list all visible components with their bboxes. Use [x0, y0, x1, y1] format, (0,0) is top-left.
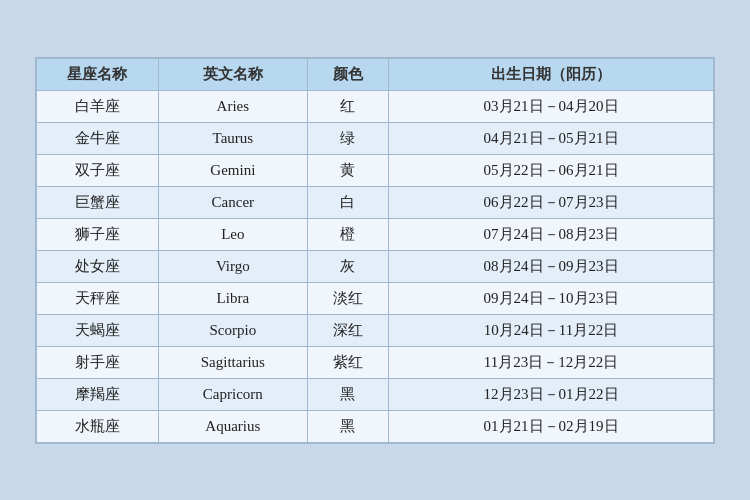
- cell-color: 红: [307, 90, 388, 122]
- cell-date: 04月21日－05月21日: [389, 122, 714, 154]
- cell-color: 绿: [307, 122, 388, 154]
- cell-en: Libra: [158, 282, 307, 314]
- cell-color: 黑: [307, 378, 388, 410]
- cell-date: 06月22日－07月23日: [389, 186, 714, 218]
- cell-date: 07月24日－08月23日: [389, 218, 714, 250]
- table-header-row: 星座名称 英文名称 颜色 出生日期（阳历）: [37, 58, 714, 90]
- table-row: 水瓶座Aquarius黑01月21日－02月19日: [37, 410, 714, 442]
- cell-color: 灰: [307, 250, 388, 282]
- cell-date: 08月24日－09月23日: [389, 250, 714, 282]
- cell-date: 01月21日－02月19日: [389, 410, 714, 442]
- zodiac-table: 星座名称 英文名称 颜色 出生日期（阳历） 白羊座Aries红03月21日－04…: [36, 58, 714, 443]
- cell-cn: 处女座: [37, 250, 159, 282]
- cell-en: Leo: [158, 218, 307, 250]
- cell-date: 10月24日－11月22日: [389, 314, 714, 346]
- cell-cn: 狮子座: [37, 218, 159, 250]
- table-row: 摩羯座Capricorn黑12月23日－01月22日: [37, 378, 714, 410]
- header-cn: 星座名称: [37, 58, 159, 90]
- cell-cn: 巨蟹座: [37, 186, 159, 218]
- cell-en: Taurus: [158, 122, 307, 154]
- cell-date: 05月22日－06月21日: [389, 154, 714, 186]
- cell-cn: 射手座: [37, 346, 159, 378]
- cell-en: Scorpio: [158, 314, 307, 346]
- table-row: 处女座Virgo灰08月24日－09月23日: [37, 250, 714, 282]
- table-row: 巨蟹座Cancer白06月22日－07月23日: [37, 186, 714, 218]
- cell-color: 黑: [307, 410, 388, 442]
- cell-en: Aquarius: [158, 410, 307, 442]
- cell-date: 12月23日－01月22日: [389, 378, 714, 410]
- header-date: 出生日期（阳历）: [389, 58, 714, 90]
- cell-color: 淡红: [307, 282, 388, 314]
- cell-date: 09月24日－10月23日: [389, 282, 714, 314]
- cell-date: 03月21日－04月20日: [389, 90, 714, 122]
- cell-en: Virgo: [158, 250, 307, 282]
- cell-color: 紫红: [307, 346, 388, 378]
- table-row: 白羊座Aries红03月21日－04月20日: [37, 90, 714, 122]
- cell-date: 11月23日－12月22日: [389, 346, 714, 378]
- zodiac-table-container: 星座名称 英文名称 颜色 出生日期（阳历） 白羊座Aries红03月21日－04…: [35, 57, 715, 444]
- cell-color: 橙: [307, 218, 388, 250]
- cell-color: 黄: [307, 154, 388, 186]
- cell-color: 深红: [307, 314, 388, 346]
- cell-en: Sagittarius: [158, 346, 307, 378]
- table-row: 金牛座Taurus绿04月21日－05月21日: [37, 122, 714, 154]
- cell-cn: 白羊座: [37, 90, 159, 122]
- cell-cn: 摩羯座: [37, 378, 159, 410]
- cell-cn: 天蝎座: [37, 314, 159, 346]
- header-en: 英文名称: [158, 58, 307, 90]
- cell-en: Cancer: [158, 186, 307, 218]
- cell-en: Gemini: [158, 154, 307, 186]
- table-row: 天秤座Libra淡红09月24日－10月23日: [37, 282, 714, 314]
- cell-color: 白: [307, 186, 388, 218]
- table-row: 射手座Sagittarius紫红11月23日－12月22日: [37, 346, 714, 378]
- cell-en: Capricorn: [158, 378, 307, 410]
- header-color: 颜色: [307, 58, 388, 90]
- cell-en: Aries: [158, 90, 307, 122]
- cell-cn: 水瓶座: [37, 410, 159, 442]
- cell-cn: 天秤座: [37, 282, 159, 314]
- table-row: 狮子座Leo橙07月24日－08月23日: [37, 218, 714, 250]
- cell-cn: 金牛座: [37, 122, 159, 154]
- table-row: 天蝎座Scorpio深红10月24日－11月22日: [37, 314, 714, 346]
- cell-cn: 双子座: [37, 154, 159, 186]
- table-row: 双子座Gemini黄05月22日－06月21日: [37, 154, 714, 186]
